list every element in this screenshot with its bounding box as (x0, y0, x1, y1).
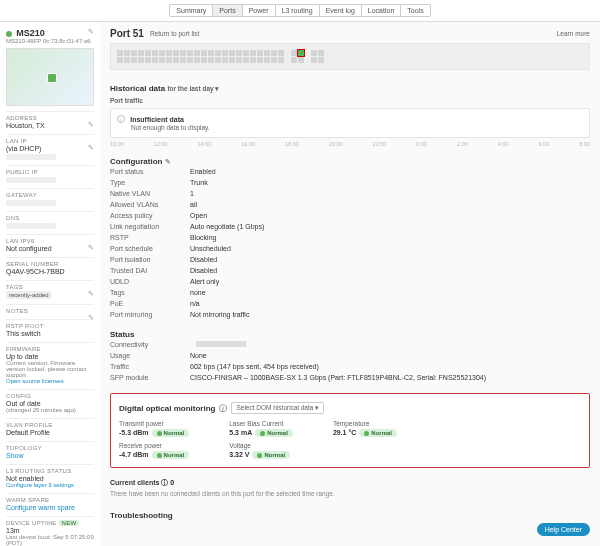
l3-config-link[interactable]: Configure layer 3 settings (6, 482, 94, 488)
conf-value: Alert only (190, 278, 219, 285)
rstp-label: RSTP ROOT (6, 323, 94, 329)
tab-eventlog[interactable]: Event log (320, 5, 362, 16)
config-status: Out of date (6, 400, 94, 407)
rstp-value: This switch (6, 330, 94, 337)
topology-link[interactable]: Show (6, 452, 94, 459)
gateway-value (6, 200, 56, 206)
return-link[interactable]: Return to port list (150, 30, 200, 37)
conf-value: Enabled (190, 168, 216, 175)
address-label: ADDRESS (6, 115, 94, 121)
info-icon[interactable]: ⓘ (161, 479, 168, 486)
pencil-icon[interactable]: ✎ (88, 28, 94, 36)
config-age: (changed 25 minutes ago) (6, 407, 94, 413)
port-diagram[interactable] (110, 43, 590, 70)
pencil-icon[interactable]: ✎ (88, 244, 94, 252)
pencil-icon[interactable]: ✎ (165, 158, 171, 165)
voltage-label: Voltage (229, 442, 293, 449)
tab-summary[interactable]: Summary (170, 5, 213, 16)
device-model: MS210-48FP (6, 38, 41, 44)
usage-label: Usage (110, 352, 190, 359)
conf-value: Unscheduled (190, 245, 231, 252)
tab-l3[interactable]: L3 routing (276, 5, 320, 16)
dns-value (6, 223, 56, 229)
conf-label: Trusted DAI (110, 267, 190, 274)
status-badge: Normal (152, 451, 190, 459)
clients-title: Current clients (110, 479, 159, 486)
lanip-label: LAN IP (6, 138, 94, 144)
tab-strip: Summary Ports Power L3 routing Event log… (169, 4, 430, 17)
traffic-chart-empty: i Insufficient data Not enough data to d… (110, 108, 590, 138)
status-badge: Normal (359, 429, 397, 437)
warmspare-link[interactable]: Configure warm spare (6, 504, 94, 511)
l3-status: Not enabled (6, 475, 94, 482)
lanipv6-label: LAN IPV6 (6, 238, 94, 244)
clients-count: 0 (170, 479, 174, 486)
device-mac: 0c:73:8c:01:47:a6 (43, 38, 91, 44)
vlan-label: VLAN PROFILE (6, 422, 94, 428)
conf-label: Port status (110, 168, 190, 175)
time-axis: 10:0012:0014:0016:0018:0020:0022:000:002… (110, 141, 590, 147)
conf-value: 1 (190, 190, 194, 197)
conf-value: Open (190, 212, 207, 219)
tab-tools[interactable]: Tools (401, 5, 429, 16)
help-center-button[interactable]: Help Center (537, 523, 590, 536)
conf-label: UDLD (110, 278, 190, 285)
status-badge: Normal (255, 429, 293, 437)
uptime-value: 13m (6, 527, 94, 534)
firmware-status: Up to date (6, 353, 94, 360)
tag-chip[interactable]: recently-added (6, 291, 52, 299)
conf-label: Port schedule (110, 245, 190, 252)
conf-value: Auto negotiate (1 Gbps) (190, 223, 264, 230)
temp-label: Temperature (333, 420, 397, 427)
insuff-sub: Not enough data to display. (131, 124, 583, 131)
tab-ports[interactable]: Ports (213, 5, 242, 16)
publicip-label: PUBLIC IP (6, 169, 94, 175)
tab-power[interactable]: Power (243, 5, 276, 16)
conf-value: Disabled (190, 267, 217, 274)
pencil-icon[interactable]: ✎ (88, 144, 94, 152)
firmware-licenses-link[interactable]: Open source licenses (6, 378, 94, 384)
traffic-label: Traffic (110, 363, 190, 370)
status-dot-icon (6, 31, 12, 37)
warmspare-label: WARM SPARE (6, 497, 94, 503)
learn-more-link[interactable]: Learn more (557, 30, 590, 37)
last-boot: Last device boot: Sep 5 07:25:09 (PDT) (6, 534, 94, 546)
insuff-title: Insufficient data (130, 116, 184, 123)
pencil-icon[interactable]: ✎ (88, 290, 94, 298)
connectivity-label: Connectivity (110, 341, 190, 348)
tab-location[interactable]: Location (362, 5, 401, 16)
pencil-icon[interactable]: ✎ (88, 121, 94, 129)
device-map[interactable] (6, 48, 94, 106)
sidebar: MS210 ✎ MS210-48FP 0c:73:8c:01:47:a6 ADD… (0, 22, 100, 546)
conf-value: Disabled (190, 256, 217, 263)
dom-history-select[interactable]: Select DOM historical data ▾ (231, 402, 324, 414)
status-badge: Normal (252, 451, 290, 459)
conf-value: Trunk (190, 179, 208, 186)
bias-label: Laser Bias Current (229, 420, 293, 427)
hist-title: Historical data (110, 84, 165, 93)
status-title: Status (110, 330, 590, 339)
device-header: MS210 ✎ (6, 28, 94, 38)
hist-range-select[interactable]: for the last day ▾ (167, 85, 219, 92)
rx-power-label: Receive power (119, 442, 189, 449)
serial-label: SERIAL NUMBER (6, 261, 94, 267)
dom-panel: Digital optical monitoring ⓘ Select DOM … (110, 393, 590, 468)
port-51-slot[interactable] (298, 50, 304, 56)
sfp-label: SFP module (110, 374, 190, 381)
lanip-via: (via DHCP) (6, 145, 94, 152)
info-icon[interactable]: ⓘ (219, 403, 227, 414)
usage-value: None (190, 352, 207, 359)
conf-label: Native VLAN (110, 190, 190, 197)
voltage-value: 3.32 V (229, 451, 249, 458)
traffic-value: 602 bps (147 bps sent, 454 bps received) (190, 363, 319, 370)
status-badge: Normal (152, 429, 190, 437)
pencil-icon[interactable]: ✎ (88, 314, 94, 322)
dns-label: DNS (6, 215, 94, 221)
port-title: Port 51 (110, 28, 144, 39)
temp-value: 29.1 °C (333, 429, 356, 436)
firmware-label: FIRMWARE (6, 346, 94, 352)
info-icon: i (117, 115, 125, 123)
l3-label: L3 ROUTING STATUS (6, 468, 94, 474)
lanipv6-value: Not configured (6, 245, 94, 252)
address-value: Houston, TX (6, 122, 94, 129)
